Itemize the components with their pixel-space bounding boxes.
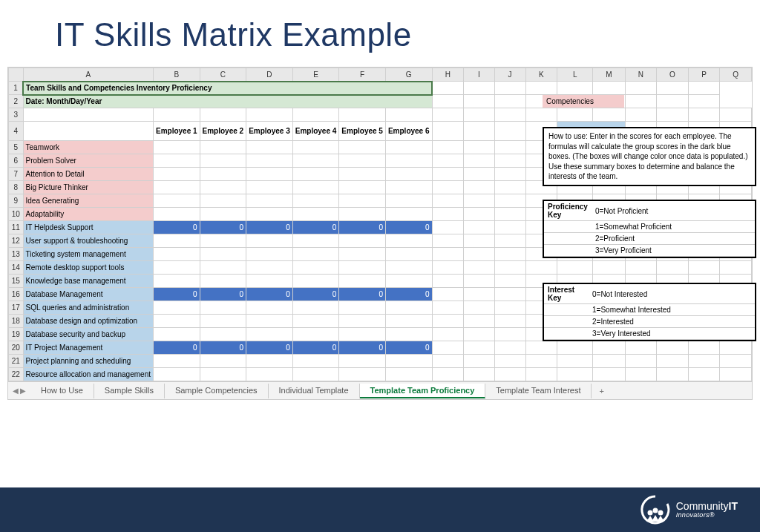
skill-label[interactable]: Teamwork [23, 141, 153, 154]
sum-cell[interactable]: 0 [200, 221, 246, 234]
score-cell[interactable] [339, 234, 386, 248]
skill-label[interactable]: Remote desktop support tools [23, 261, 153, 275]
add-sheet-button[interactable]: + [592, 384, 611, 398]
sum-cell[interactable]: 0 [153, 341, 200, 355]
row-2-hdr[interactable]: 2 [9, 95, 24, 108]
sum-cell[interactable]: 0 [339, 341, 386, 355]
score-cell[interactable] [292, 261, 339, 275]
corner-cell[interactable] [9, 68, 24, 82]
score-cell[interactable] [246, 328, 293, 341]
sheet-tab[interactable]: Template Team Interest [485, 384, 592, 398]
score-cell[interactable] [153, 141, 200, 154]
score-cell[interactable] [246, 315, 293, 328]
sum-cell[interactable]: 0 [385, 341, 432, 355]
emp-2-hdr[interactable]: Employee 2 [200, 122, 246, 141]
sum-cell[interactable]: 0 [292, 341, 339, 355]
score-cell[interactable] [153, 181, 200, 194]
score-cell[interactable] [292, 154, 339, 168]
sum-cell[interactable]: 0 [246, 221, 293, 234]
score-cell[interactable] [246, 181, 293, 194]
score-cell[interactable] [246, 141, 293, 154]
row-7-hdr[interactable]: 7 [9, 168, 24, 181]
row-13-hdr[interactable]: 13 [9, 248, 24, 261]
col-F[interactable]: F [339, 68, 386, 82]
score-cell[interactable] [339, 208, 386, 221]
col-N[interactable]: N [625, 68, 657, 82]
score-cell[interactable] [200, 154, 246, 168]
score-cell[interactable] [339, 181, 386, 194]
score-cell[interactable] [246, 234, 293, 248]
skill-label[interactable]: Database security and backup [23, 328, 153, 341]
sum-cell[interactable]: 0 [153, 221, 200, 234]
score-cell[interactable] [153, 168, 200, 181]
score-cell[interactable] [339, 194, 386, 208]
skill-label[interactable]: SQL queries and administration [23, 301, 153, 315]
skill-label[interactable]: Attention to Detail [23, 168, 153, 181]
sum-cell[interactable]: 0 [153, 288, 200, 301]
emp-4-hdr[interactable]: Employee 4 [292, 122, 339, 141]
sheet-tab[interactable]: Template Team Proficiency [360, 384, 486, 398]
score-cell[interactable] [153, 261, 200, 275]
score-cell[interactable] [292, 301, 339, 315]
sum-cell[interactable]: 0 [385, 221, 432, 234]
row-17-hdr[interactable]: 17 [9, 301, 24, 315]
title-cell[interactable]: Team Skills and Competencies Inventory P… [23, 82, 432, 95]
sum-cell[interactable]: 0 [385, 288, 432, 301]
col-L[interactable]: L [557, 68, 592, 82]
skill-label[interactable]: Big Picture Thinker [23, 181, 153, 194]
row-1-hdr[interactable]: 1 [9, 82, 24, 95]
score-cell[interactable] [246, 275, 293, 288]
row-10-hdr[interactable]: 10 [9, 208, 24, 221]
score-cell[interactable] [339, 168, 386, 181]
sum-cell[interactable]: 0 [292, 288, 339, 301]
score-cell[interactable] [246, 261, 293, 275]
emp-5-hdr[interactable]: Employee 5 [339, 122, 386, 141]
skill-label[interactable]: Database Management [23, 288, 153, 301]
score-cell[interactable] [200, 328, 246, 341]
score-cell[interactable] [385, 315, 432, 328]
score-cell[interactable] [153, 301, 200, 315]
sheet-tab[interactable]: How to Use [30, 384, 94, 398]
score-cell[interactable] [385, 181, 432, 194]
score-cell[interactable] [339, 275, 386, 288]
score-cell[interactable] [246, 168, 293, 181]
skill-label[interactable]: IT Helpdesk Support [23, 221, 153, 234]
sum-cell[interactable]: 0 [246, 288, 293, 301]
row-6-hdr[interactable]: 6 [9, 154, 24, 168]
score-cell[interactable] [385, 301, 432, 315]
score-cell[interactable] [292, 275, 339, 288]
row-18-hdr[interactable]: 18 [9, 315, 24, 328]
score-cell[interactable] [200, 301, 246, 315]
emp-3-hdr[interactable]: Employee 3 [246, 122, 293, 141]
skill-label[interactable]: Idea Generating [23, 194, 153, 208]
score-cell[interactable] [246, 208, 293, 221]
score-cell[interactable] [339, 315, 386, 328]
score-cell[interactable] [292, 315, 339, 328]
score-cell[interactable] [246, 301, 293, 315]
score-cell[interactable] [246, 154, 293, 168]
score-cell[interactable] [153, 355, 200, 368]
row-21-hdr[interactable]: 21 [9, 355, 24, 368]
score-cell[interactable] [339, 154, 386, 168]
sum-cell[interactable]: 0 [200, 288, 246, 301]
score-cell[interactable] [292, 194, 339, 208]
row-15-hdr[interactable]: 15 [9, 275, 24, 288]
col-D[interactable]: D [246, 68, 293, 82]
score-cell[interactable] [153, 234, 200, 248]
row-8-hdr[interactable]: 8 [9, 181, 24, 194]
row-9-hdr[interactable]: 9 [9, 194, 24, 208]
row-11-hdr[interactable]: 11 [9, 221, 24, 234]
score-cell[interactable] [385, 154, 432, 168]
score-cell[interactable] [246, 355, 293, 368]
score-cell[interactable] [292, 181, 339, 194]
skill-label[interactable]: Database design and optimization [23, 315, 153, 328]
score-cell[interactable] [385, 261, 432, 275]
skill-label[interactable]: Resource allocation and management [23, 368, 153, 381]
row-14-hdr[interactable]: 14 [9, 261, 24, 275]
sheet-tab[interactable]: Sample Competencies [165, 384, 269, 398]
col-O[interactable]: O [657, 68, 689, 82]
score-cell[interactable] [200, 368, 246, 381]
score-cell[interactable] [292, 328, 339, 341]
row-20-hdr[interactable]: 20 [9, 341, 24, 355]
score-cell[interactable] [153, 154, 200, 168]
